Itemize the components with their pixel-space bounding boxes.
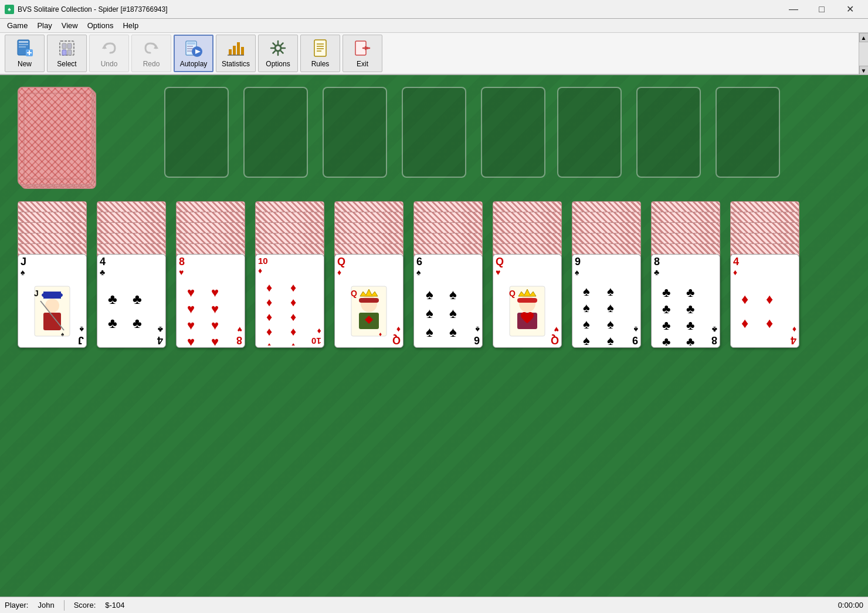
stock-pile[interactable] [18,87,94,187]
facedown-stack-4 [334,201,404,254]
svg-line-33 [280,43,283,46]
card-face-art: Q [496,277,559,346]
statistics-icon [226,39,245,57]
redo-icon [142,39,161,57]
svg-text:♦: ♦ [379,331,382,337]
facedown-stack-1 [97,201,166,254]
new-button[interactable]: New [5,35,45,72]
card-rank-br: Q♥ [551,325,559,346]
exit-button[interactable]: Exit [343,35,382,72]
menu-play[interactable]: Play [32,20,56,31]
card-pips: ♥♥ ♥♥ ♥♥ ♥♥ [179,277,242,346]
svg-rect-11 [67,50,72,55]
autoplay-label: Autoplay [180,60,208,68]
card-6-spades[interactable]: 6♠ ♠♠ ♠♠ ♠♠ 6♠ [413,254,483,348]
new-icon [15,39,34,57]
card-rank-tl: J♠ [21,256,84,277]
card-rank-tl: Q♦ [337,256,401,277]
exit-label: Exit [357,60,368,68]
player-name: John [38,601,54,609]
foundation-slot-4[interactable] [402,87,466,178]
window-controls: — □ ✕ [780,0,863,19]
menu-help[interactable]: Help [118,20,143,31]
foundation-slot-8[interactable] [716,87,780,178]
options-icon [269,39,287,57]
card-rank-br: 6♠ [474,325,480,346]
facedown-stack-0 [18,201,87,254]
card-q-hearts[interactable]: Q♥ Q Q♥ [493,254,562,348]
svg-rect-10 [62,50,66,55]
titlebar: ♠ BVS Solitaire Collection - Spider [#18… [0,0,868,19]
svg-rect-52 [359,298,379,303]
toolbar-scrollbar[interactable]: ▲ ▼ [859,33,868,75]
foundation-slot-3[interactable] [323,87,387,178]
svg-rect-21 [229,49,232,55]
score-value: $-104 [105,601,124,609]
redo-label: Redo [143,60,160,68]
card-rank-br: 8♥ [236,325,242,346]
options-button[interactable]: Options [258,35,298,72]
app-icon: ♠ [5,5,14,14]
player-label: Player: [5,601,28,609]
card-10-diamonds[interactable]: 10♦ ♦♦ ♦♦ ♦♦ ♦♦ ♦♦ 10♦ [255,254,324,348]
card-q-diamonds[interactable]: Q♦ Q ♦ Q♦ [334,254,404,348]
svg-rect-2 [19,44,28,45]
svg-rect-59 [517,298,537,303]
game-timer: 0:00:00 [838,601,863,609]
card-8-clubs[interactable]: 8♣ ♣♣ ♣♣ ♣♣ ♣♣ 8♣ [651,254,720,348]
card-j-spades[interactable]: J♠ ♠ J [18,254,87,348]
svg-rect-35 [314,40,326,56]
card-rank-br: 8♣ [711,325,717,346]
card-rank-tl: 4♣ [100,256,163,277]
card-9-spades[interactable]: 9♠ ♠♠ ♠♠ ♠♠ ♠♠ ♠ 9♠ [572,254,641,348]
rules-button[interactable]: Rules [300,35,340,72]
select-button[interactable]: Select [47,35,87,72]
card-4-clubs[interactable]: 4♣ ♣♣ ♣♣ 4♣ [97,254,166,348]
facedown-stack-3 [255,201,324,254]
scroll-down[interactable]: ▼ [859,66,869,75]
svg-line-32 [280,50,283,53]
undo-label: Undo [101,60,118,68]
svg-rect-24 [241,47,244,55]
minimize-button[interactable]: — [780,0,807,19]
card-rank-br: 4♦ [791,325,796,346]
foundation-slot-1[interactable] [164,87,229,178]
svg-rect-23 [237,42,240,55]
card-rank-br: 10♦ [311,327,321,346]
undo-button[interactable]: Undo [89,35,129,72]
menu-game[interactable]: Game [2,20,32,31]
svg-rect-9 [67,43,72,49]
close-button[interactable]: ✕ [836,0,863,19]
autoplay-button[interactable]: Autoplay [174,35,213,72]
redo-button[interactable]: Redo [131,35,171,72]
foundation-slot-7[interactable] [636,87,701,178]
select-label: Select [57,60,76,68]
scroll-up[interactable]: ▲ [859,33,869,42]
svg-rect-8 [62,43,66,49]
new-label: New [18,60,32,68]
options-label: Options [266,60,290,68]
facedown-stack-8 [651,201,720,254]
svg-rect-22 [233,46,236,55]
game-area[interactable]: J♠ ♠ J [0,75,868,597]
statusbar: Player: John Score: $-104 0:00:00 [0,597,868,613]
card-rank-br: 9♠ [632,325,638,346]
card-pips: ♠♠ ♠♠ ♠♠ ♠♠ ♠ [575,277,638,346]
statistics-button[interactable]: Statistics [216,35,256,72]
svg-text:♠: ♠ [61,331,65,337]
menu-options[interactable]: Options [83,20,118,31]
card-4-diamonds[interactable]: 4♦ ♦♦ ♦♦ 4♦ [730,254,799,348]
card-rank-tl: 6♠ [416,256,480,277]
statistics-label: Statistics [222,60,250,68]
card-rank-tl: 8♣ [654,256,717,277]
card-8-hearts[interactable]: 8♥ ♥♥ ♥♥ ♥♥ ♥♥ 8♥ [176,254,245,348]
foundation-slot-5[interactable] [481,87,545,178]
menu-view[interactable]: View [57,20,83,31]
card-face-art: Q ♦ [337,277,401,346]
svg-rect-18 [187,50,192,52]
foundation-slot-2[interactable] [243,87,308,178]
maximize-button[interactable]: □ [808,0,835,19]
foundation-slot-6[interactable] [557,87,622,178]
svg-line-34 [273,50,276,53]
svg-rect-15 [187,42,195,45]
